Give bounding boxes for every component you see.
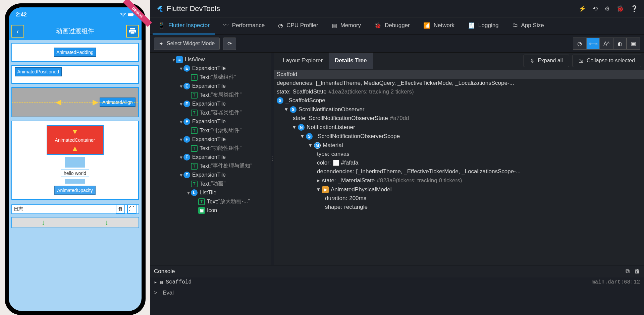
target-icon: ✦ (159, 41, 163, 47)
tree-node[interactable]: TText: "基础组件" (150, 73, 271, 82)
demo-align[interactable]: ◀ ▶ AnimatedAlign (11, 87, 139, 117)
repaint-icon: ◐ (618, 41, 622, 47)
details-row[interactable]: S_ScaffoldScope (274, 96, 644, 105)
tab-app-size[interactable]: 🗂App Size (507, 17, 549, 35)
tab-debugger[interactable]: 🐞Debugger (369, 17, 415, 35)
clear-icon[interactable]: 🗑 (634, 268, 640, 275)
tree-node[interactable]: ▾FExpansionTile (150, 135, 271, 144)
tab-network[interactable]: 📶Network (418, 17, 460, 35)
t-badge-icon: T (191, 92, 198, 99)
phone-screen[interactable]: 2:42 ‹ 动画过渡组件 Animat (9, 7, 142, 311)
details-row[interactable]: state: ScaffoldState#1ea2a(tickers: trac… (274, 87, 644, 96)
baselines-button[interactable]: Aᴬ (600, 38, 613, 50)
details-row[interactable]: ▾▶AnimatedPhysicalModel (274, 185, 644, 194)
expand-all-button[interactable]: ⇳ Expand all (524, 55, 569, 67)
tree-node[interactable]: TText: "布局类组件" (150, 90, 271, 100)
tree-node[interactable]: TText: "功能性组件" (150, 144, 271, 153)
tab-memory[interactable]: ▤Memory (326, 17, 366, 35)
tree-node[interactable]: TText: "动画" (150, 179, 271, 188)
scroll-indicator-bar: ↓ ↓ (11, 217, 139, 228)
console-line[interactable]: ▸ ▦ Scaffold main.dart:68:12 (150, 277, 644, 287)
details-row[interactable]: color: #fafafa (274, 159, 644, 167)
collapse-button[interactable]: ⇲ Collapse to selected (573, 55, 641, 67)
i-badge-icon: ▣ (198, 207, 205, 214)
tree-node[interactable]: ▾≡ListView (150, 55, 271, 64)
inspector-body: ▾≡ListView▾EExpansionTileTText: "基础组件"▾E… (150, 52, 644, 265)
eval-input[interactable]: > Eval (150, 287, 644, 299)
phone-frame: DEBUG 2:42 ‹ 动画过渡组件 (5, 3, 146, 315)
tab-flutter-inspector[interactable]: 📱Flutter Inspector (153, 17, 215, 35)
tree-node[interactable]: ▾FExpansionTile (150, 117, 271, 126)
restore-icon[interactable]: ⟲ (593, 5, 598, 12)
battery-icon (128, 13, 134, 17)
text-icon: Aᴬ (603, 41, 609, 47)
tree-node[interactable]: TText: "事件处理与通知" (150, 162, 271, 171)
select-widget-mode-button[interactable]: ✦ Select Widget Mode (154, 38, 220, 50)
tab-cpu-profiler[interactable]: ◔CPU Profiler (273, 17, 323, 35)
details-pane: Layout Explorer Details Tree ⇳ Expand al… (274, 53, 644, 265)
tree-node[interactable]: ▾EExpansionTile (150, 64, 271, 73)
details-row[interactable]: state: ScrollNotificationObserverState#a… (274, 114, 644, 123)
gear-icon[interactable]: ⚙ (604, 5, 610, 12)
t-badge-icon: T (191, 110, 198, 116)
tree-node[interactable]: ▾FExpansionTile (150, 171, 271, 179)
widget-tree-pane[interactable]: ▾≡ListView▾EExpansionTileTText: "基础组件"▾E… (150, 53, 271, 265)
details-row[interactable]: shape: rectangle (274, 203, 644, 211)
bug-icon[interactable]: 🐞 (616, 5, 624, 12)
tree-node[interactable]: ▾LListTile (150, 188, 271, 197)
expand-log-button[interactable]: ⛶ (127, 204, 137, 214)
back-button[interactable]: ‹ (11, 25, 24, 38)
tree-node[interactable]: ▣Icon (150, 206, 271, 215)
tree-node[interactable]: TText: "可滚动组件" (150, 126, 271, 135)
tab-icon: 📱 (158, 22, 165, 29)
details-tree[interactable]: Scaffolddependencies: [_InheritedTheme, … (274, 69, 644, 265)
details-row[interactable]: dependencies: [_InheritedTheme, _Effecti… (274, 167, 644, 176)
tab-performance[interactable]: 〰Performance (218, 17, 270, 35)
timer-icon: ◔ (577, 41, 582, 47)
details-row[interactable]: ▾SScrollNotificationObserver (274, 105, 644, 114)
ruler-icon: ⇤⇥ (589, 41, 597, 47)
details-row[interactable]: type: canvas (274, 150, 644, 159)
tree-node[interactable]: TText: "容器类组件" (150, 108, 271, 117)
f-badge-icon: F (183, 136, 190, 143)
source-link[interactable]: main.dart:68:12 (592, 279, 640, 285)
tree-node[interactable]: ▾FExpansionTile (150, 153, 271, 162)
tree-node[interactable]: ▾EExpansionTile (150, 100, 271, 108)
guidelines-button[interactable]: ⇤⇥ (586, 38, 600, 50)
layout-explorer-tab[interactable]: Layout Explorer (277, 53, 329, 69)
svg-rect-5 (130, 32, 135, 34)
tree-node[interactable]: TText: "放大动画-..." (150, 197, 271, 206)
tree-node[interactable]: ▾EExpansionTile (150, 82, 271, 90)
details-tree-tab[interactable]: Details Tree (329, 53, 373, 69)
invert-images-button[interactable]: ▣ (627, 38, 640, 50)
tab-icon: 🧾 (468, 22, 475, 29)
delete-log-button[interactable]: 🗑 (116, 204, 125, 214)
tab-logging[interactable]: 🧾Logging (463, 17, 504, 35)
help-icon[interactable]: ❔ (631, 5, 638, 12)
status-bar: 2:42 (9, 7, 142, 22)
copy-icon[interactable]: ⧉ (626, 268, 630, 275)
details-row[interactable]: ▾S_ScrollNotificationObserverScope (274, 132, 644, 141)
log-label: 日志 (14, 206, 23, 212)
e-badge-icon: E (183, 65, 190, 72)
details-row[interactable]: ▾NNotificationListener (274, 123, 644, 132)
m-badge-icon: M (314, 142, 321, 149)
print-button[interactable] (126, 25, 139, 38)
main-tabbar: 📱Flutter Inspector〰Performance◔CPU Profi… (150, 17, 644, 35)
details-row[interactable]: Scaffold (274, 70, 644, 79)
collapse-icon: ⇲ (579, 58, 583, 64)
demo-positioned[interactable]: AnimatedPositioned (11, 65, 139, 84)
bolt-icon[interactable]: ⚡ (579, 5, 586, 12)
flutter-icon (156, 4, 163, 13)
details-row[interactable]: ▸state: _MaterialState#823a9(tickers: tr… (274, 176, 644, 185)
slow-animations-button[interactable]: ◔ (573, 38, 586, 50)
repaint-button[interactable]: ◐ (613, 38, 627, 50)
refresh-button[interactable]: ⟳ (223, 38, 236, 50)
details-row[interactable]: ▾MMaterial (274, 141, 644, 150)
details-row[interactable]: dependencies: [_InheritedTheme, MediaQue… (274, 79, 644, 87)
demo-padding[interactable]: AnimatedPadding (11, 43, 139, 62)
details-row[interactable]: duration: 200ms (274, 194, 644, 203)
app-body[interactable]: AnimatedPadding AnimatedPositioned ◀ ▶ A… (9, 40, 142, 311)
demo-container[interactable]: AnimatedContainer ▼ ▲ hello world Animat… (11, 121, 139, 200)
drag-handle[interactable]: ⋮ (271, 53, 274, 265)
